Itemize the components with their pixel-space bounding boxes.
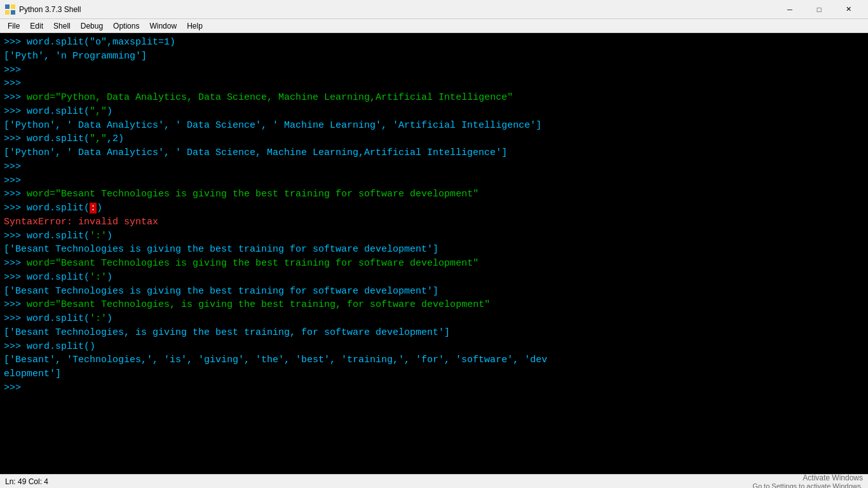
line-24: ['Besant', 'Technologies,', 'is', 'givin… <box>4 353 864 367</box>
titlebar-title: Python 3.7.3 Shell <box>19 5 81 14</box>
titlebar-left: Python 3.7.3 Shell <box>5 4 81 15</box>
svg-rect-3 <box>11 10 15 15</box>
close-button[interactable]: ✕ <box>834 0 863 19</box>
activate-sub: Go to Settings to activate Windows. <box>752 482 863 489</box>
line-20: >>> word="Besant Technologies, is giving… <box>4 298 864 312</box>
menu-options[interactable]: Options <box>108 20 144 32</box>
menu-shell[interactable]: Shell <box>48 20 76 32</box>
svg-rect-0 <box>5 4 10 9</box>
svg-rect-1 <box>11 4 15 9</box>
main-window: Python 3.7.3 Shell ─ □ ✕ File Edit Shell… <box>0 0 868 488</box>
statusbar-right: Activate Windows Go to Settings to activ… <box>752 473 863 489</box>
maximize-button[interactable]: □ <box>804 0 834 19</box>
menu-window[interactable]: Window <box>144 20 182 32</box>
line-3: >>> <box>4 64 864 78</box>
line-5: >>> word="Python, Data Analytics, Data S… <box>4 91 864 105</box>
line-2: ['Pyth', 'n Programming'] <box>4 50 864 64</box>
line-12: >>> word="Besant Technologies is giving … <box>4 187 864 201</box>
line-1: >>> word.split("o",maxsplit=1) <box>4 36 864 50</box>
menu-debug[interactable]: Debug <box>76 20 108 32</box>
menu-edit[interactable]: Edit <box>25 20 48 32</box>
statusbar: Ln: 49 Col: 4 Activate Windows Go to Set… <box>0 474 868 488</box>
line-7: ['Python', ' Data Analytics', ' Data Sci… <box>4 119 864 133</box>
shell-content[interactable]: >>> word.split("o",maxsplit=1) ['Pyth', … <box>0 33 868 474</box>
statusbar-ln-col: Ln: 49 Col: 4 <box>5 477 48 486</box>
menu-file[interactable]: File <box>3 20 25 32</box>
line-10: >>> <box>4 160 864 174</box>
line-4: >>> <box>4 77 864 91</box>
minimize-button[interactable]: ─ <box>775 0 804 19</box>
line-6: >>> word.split(",") <box>4 105 864 119</box>
line-13: >>> word.split(:) <box>4 201 864 215</box>
line-9: ['Python', ' Data Analytics', ' Data Sci… <box>4 146 864 160</box>
line-8: >>> word.split(",",2) <box>4 132 864 146</box>
line-21: >>> word.split(':') <box>4 312 864 326</box>
menu-help[interactable]: Help <box>182 20 208 32</box>
menubar: File Edit Shell Debug Options Window Hel… <box>0 19 868 33</box>
svg-rect-2 <box>5 10 10 15</box>
line-18: >>> word.split(':') <box>4 271 864 285</box>
line-26: >>> <box>4 381 864 395</box>
line-11: >>> <box>4 174 864 188</box>
line-23: >>> word.split() <box>4 340 864 354</box>
line-16: ['Besant Technologies is giving the best… <box>4 243 864 257</box>
python-icon <box>5 4 15 15</box>
line-15: >>> word.split(':') <box>4 229 864 243</box>
line-14: SyntaxError: invalid syntax <box>4 215 864 229</box>
line-17: >>> word="Besant Technologies is giving … <box>4 257 864 271</box>
activate-windows: Activate Windows Go to Settings to activ… <box>752 473 863 489</box>
line-25: elopment'] <box>4 367 864 381</box>
titlebar-controls: ─ □ ✕ <box>775 0 863 19</box>
titlebar: Python 3.7.3 Shell ─ □ ✕ <box>0 0 868 19</box>
line-19: ['Besant Technologies is giving the best… <box>4 285 864 299</box>
line-22: ['Besant Technologies, is giving the bes… <box>4 326 864 340</box>
activate-title: Activate Windows <box>752 473 863 482</box>
